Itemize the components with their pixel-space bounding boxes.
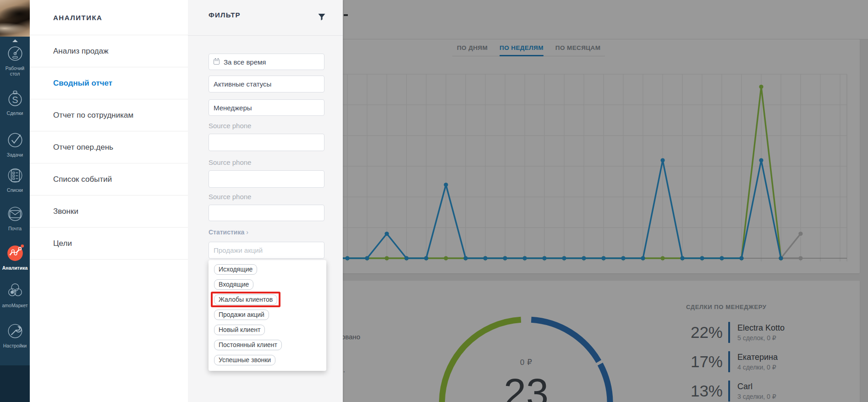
dropdown-option[interactable]: Новый клиент bbox=[214, 325, 265, 335]
dropdown-option[interactable]: Исходящие bbox=[214, 264, 257, 275]
menu-item[interactable]: Отчет по сотрудникам bbox=[30, 99, 188, 131]
sidebar-item-lists[interactable]: Списки bbox=[0, 166, 30, 193]
statuses-value: Активные статусы bbox=[214, 80, 271, 88]
dropdown-option[interactable]: Входящие bbox=[214, 279, 253, 290]
statistics-input[interactable] bbox=[214, 246, 319, 254]
tasks-icon bbox=[6, 130, 24, 149]
source-phone-input-1-wrap bbox=[209, 134, 324, 151]
source-phone-label-2: Source phone bbox=[209, 158, 251, 166]
date-range-select[interactable]: За все время bbox=[209, 54, 324, 70]
source-phone-input-2[interactable] bbox=[214, 175, 319, 183]
dim-overlay bbox=[343, 0, 868, 402]
sidebar-item-mail[interactable]: Почта bbox=[0, 204, 30, 231]
sidebar-item-label: amoМаркет bbox=[0, 303, 30, 308]
menu-item[interactable]: Список событий bbox=[30, 163, 188, 196]
active-marker-icon bbox=[12, 39, 18, 42]
app-window: ПО ДНЯМПО НЕДЕЛЯМПО МЕСЯЦАМ Реализовано … bbox=[0, 0, 868, 402]
sidebar-item-dashboard[interactable]: Рабочийстол bbox=[0, 39, 30, 76]
managers-value: Менеджеры bbox=[214, 104, 252, 112]
dropdown-option[interactable]: Продажи акций bbox=[214, 310, 269, 320]
settings-icon bbox=[6, 321, 24, 340]
analytics-icon bbox=[6, 244, 24, 262]
sidebar-item-analytics[interactable]: Аналитика bbox=[0, 244, 30, 271]
source-phone-input-1[interactable] bbox=[214, 139, 319, 147]
statistics-dropdown: ИсходящиеВходящиеЖалобы клиентовПродажи … bbox=[209, 260, 326, 371]
sidebar-bottom-section bbox=[0, 365, 30, 402]
statistics-input-wrap bbox=[209, 242, 324, 259]
mail-icon bbox=[6, 204, 24, 223]
source-phone-input-3[interactable] bbox=[214, 209, 319, 217]
chevron-right-icon: › bbox=[246, 228, 248, 236]
menu-item[interactable]: Отчет опер.день bbox=[30, 131, 188, 163]
menu-item[interactable]: Цели bbox=[30, 228, 188, 260]
sidebar-item-label: Настройки bbox=[0, 343, 30, 348]
sidebar-item-label: Списки bbox=[0, 187, 30, 193]
filter-header: ФИЛЬТР bbox=[188, 0, 343, 36]
sidebar-item-label: Задачи bbox=[0, 152, 30, 158]
menu-item[interactable]: Звонки bbox=[30, 196, 188, 228]
sidebar-item-settings[interactable]: Настройки bbox=[0, 321, 30, 348]
filter-drawer: ФИЛЬТР За все время Активные статусы Мен… bbox=[188, 0, 343, 402]
menu-item[interactable]: Сводный отчет bbox=[30, 67, 188, 99]
statuses-select[interactable]: Активные статусы bbox=[209, 76, 324, 92]
analytics-menu: АНАЛИТИКА Анализ продажСводный отчетОтче… bbox=[30, 0, 188, 402]
calendar-icon bbox=[214, 59, 220, 65]
lists-icon bbox=[6, 166, 24, 184]
sidebar-item-label: Аналитика bbox=[0, 265, 30, 271]
filter-title: ФИЛЬТР bbox=[209, 11, 241, 19]
sidebar-item-label: Почта bbox=[0, 226, 30, 231]
nav-sidebar: РабочийстолSСделкиЗадачиСпискиПочтаАнали… bbox=[0, 0, 30, 402]
analytics-menu-title: АНАЛИТИКА bbox=[30, 0, 188, 35]
deals-icon: S bbox=[6, 89, 24, 107]
date-range-value: За все время bbox=[224, 58, 266, 66]
statistics-label: Статистика› bbox=[209, 228, 248, 236]
source-phone-label-3: Source phone bbox=[209, 193, 251, 201]
svg-text:S: S bbox=[12, 95, 18, 105]
dropdown-option[interactable]: Успешные звонки bbox=[214, 355, 275, 365]
sidebar-item-deals[interactable]: SСделки bbox=[0, 89, 30, 116]
account-photo[interactable] bbox=[0, 0, 30, 37]
source-phone-label-1: Source phone bbox=[209, 122, 251, 130]
dashboard-icon bbox=[6, 44, 24, 62]
source-phone-input-3-wrap bbox=[209, 205, 324, 221]
sidebar-item-label: Рабочийстол bbox=[0, 65, 30, 76]
managers-select[interactable]: Менеджеры bbox=[209, 99, 324, 116]
market-icon bbox=[6, 281, 24, 299]
dropdown-option[interactable]: Жалобы клиентов bbox=[214, 294, 277, 305]
sidebar-item-label: Сделки bbox=[0, 110, 30, 116]
menu-item[interactable]: Анализ продаж bbox=[30, 35, 188, 67]
sidebar-item-market[interactable]: amoМаркет bbox=[0, 281, 30, 308]
dropdown-option[interactable]: Постоянный клиент bbox=[214, 340, 282, 350]
sidebar-item-tasks[interactable]: Задачи bbox=[0, 130, 30, 158]
funnel-icon[interactable] bbox=[318, 13, 326, 21]
source-phone-input-2-wrap bbox=[209, 170, 324, 188]
